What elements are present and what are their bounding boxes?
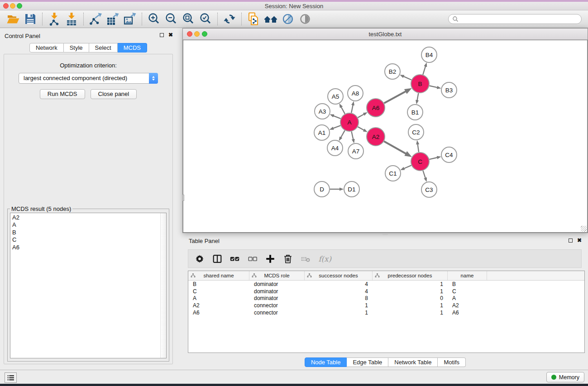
network-node-D[interactable]: D <box>314 181 330 197</box>
network-node-A7[interactable]: A7 <box>348 143 363 159</box>
network-canvas[interactable]: B4B2BB3A8A5A6A3B1AA1C2A2A4A7C4CC1C3DD1 <box>183 40 588 233</box>
mcds-result-item[interactable]: A <box>10 221 166 229</box>
task-history-button[interactable] <box>5 372 17 383</box>
network-node-A2[interactable]: A2 <box>367 128 385 146</box>
tab-mcds[interactable]: MCDS <box>118 43 147 52</box>
network-node-C[interactable]: C <box>411 152 429 171</box>
mcds-result-item[interactable]: B <box>10 229 166 236</box>
network-node-B4[interactable]: B4 <box>421 47 437 62</box>
graphics-details-button[interactable] <box>279 11 296 27</box>
level-of-detail-button[interactable] <box>296 11 314 27</box>
function-builder-button[interactable]: f(x) <box>316 253 336 265</box>
network-node-A[interactable]: A <box>340 113 359 131</box>
zoom-in-button[interactable] <box>145 11 163 27</box>
tab-motifs[interactable]: Motifs <box>438 357 466 367</box>
network-edge-A-A8[interactable] <box>351 105 353 113</box>
mcds-result-item[interactable]: C <box>10 236 166 243</box>
table-row[interactable]: Adominator80A <box>188 295 584 302</box>
network-node-A3[interactable]: A3 <box>315 104 330 119</box>
zoom-out-button[interactable] <box>163 11 180 27</box>
network-node-A6[interactable]: A6 <box>367 99 385 117</box>
network-node-C1[interactable]: C1 <box>385 166 401 181</box>
mcds-result-item[interactable]: A6 <box>10 244 166 251</box>
import-table-button[interactable] <box>63 11 80 27</box>
network-edge-A-A7[interactable] <box>352 132 354 140</box>
column-header-successor-nodes[interactable]: successor nodes <box>305 271 373 280</box>
close-panel-button[interactable]: Close panel <box>91 89 137 99</box>
network-node-A1[interactable]: A1 <box>314 125 330 140</box>
import-network-button[interactable] <box>46 11 63 27</box>
network-edge-A6-B[interactable] <box>384 91 406 103</box>
network-edge-A-A6[interactable] <box>358 114 364 118</box>
export-image-button[interactable] <box>121 11 139 27</box>
search-box[interactable] <box>448 14 582 24</box>
network-edge-B-B2[interactable] <box>403 76 411 80</box>
network-edge-A-A1[interactable] <box>333 125 341 128</box>
close-panel-icon[interactable]: ✖ <box>168 32 173 38</box>
unselect-all-columns-button[interactable] <box>246 253 259 265</box>
save-session-button[interactable] <box>22 11 39 27</box>
mcds-result-list[interactable]: A2ABCA6 <box>10 213 167 358</box>
network-node-B2[interactable]: B2 <box>385 64 400 79</box>
network-edge-C-C1[interactable] <box>404 165 411 168</box>
column-header-name[interactable]: name <box>448 271 487 280</box>
network-edge-B-B3[interactable] <box>430 86 438 88</box>
network-edge-B-B1[interactable] <box>417 93 419 100</box>
clone-network-button[interactable] <box>245 11 262 27</box>
close-table-panel-icon[interactable]: ✖ <box>577 238 582 243</box>
column-header-shared-name[interactable]: shared name <box>188 271 249 280</box>
network-node-C2[interactable]: C2 <box>408 124 424 140</box>
run-mcds-button[interactable]: Run MCDS <box>40 89 85 99</box>
memory-button[interactable]: Memory <box>546 372 584 382</box>
export-network-button[interactable] <box>87 11 104 27</box>
table-row[interactable]: Cdominator41C <box>188 288 584 295</box>
resize-grip-icon[interactable] <box>581 226 587 232</box>
network-window-titlebar[interactable]: testGlobe.txt <box>183 29 588 40</box>
export-table-button[interactable] <box>104 11 121 27</box>
network-edge-A2-C[interactable] <box>384 141 406 154</box>
network-node-B[interactable]: B <box>411 75 429 93</box>
tab-style[interactable]: Style <box>64 43 89 52</box>
split-divider-handle[interactable] <box>382 234 388 235</box>
frame-left-handle[interactable] <box>182 195 184 201</box>
network-edge-B-B4[interactable] <box>423 66 425 75</box>
add-row-button[interactable] <box>263 253 277 265</box>
open-session-button[interactable] <box>5 11 22 27</box>
tab-edge-table[interactable]: Edge Table <box>347 357 388 367</box>
show-columns-button[interactable] <box>210 253 224 265</box>
table-row[interactable]: A6connector11A6 <box>188 309 584 316</box>
network-node-B1[interactable]: B1 <box>407 105 423 120</box>
network-edge-A-A4[interactable] <box>341 130 345 138</box>
zoom-fit-button[interactable] <box>180 11 197 27</box>
delete-table-button[interactable] <box>299 253 312 265</box>
table-row[interactable]: Bdominator41B <box>188 281 584 288</box>
network-edge-A-A2[interactable] <box>358 127 364 130</box>
column-header-mcds-role[interactable]: MCDS role <box>249 271 305 280</box>
search-input[interactable] <box>461 16 578 22</box>
network-edge-A-A5[interactable] <box>341 107 345 114</box>
table-row[interactable]: A2connector11A2 <box>188 302 584 309</box>
tab-select[interactable]: Select <box>89 43 118 52</box>
tab-network[interactable]: Network <box>29 43 64 52</box>
network-node-A8[interactable]: A8 <box>348 86 363 101</box>
network-node-B3[interactable]: B3 <box>441 82 457 98</box>
network-node-A5[interactable]: A5 <box>328 89 343 104</box>
table-settings-button[interactable] <box>193 253 206 265</box>
float-panel-icon[interactable] <box>160 33 164 37</box>
float-table-panel-icon[interactable] <box>569 238 573 243</box>
select-all-columns-button[interactable] <box>228 253 242 265</box>
zoom-selected-button[interactable] <box>197 11 214 27</box>
network-edge-C-C2[interactable] <box>418 144 419 152</box>
network-node-C4[interactable]: C4 <box>441 147 457 162</box>
first-neighbors-button[interactable] <box>262 11 279 27</box>
network-node-C3[interactable]: C3 <box>421 182 437 197</box>
network-edge-C-C4[interactable] <box>429 157 437 159</box>
network-edge-A-A3[interactable] <box>334 116 341 119</box>
delete-row-button[interactable] <box>281 253 295 265</box>
network-node-D1[interactable]: D1 <box>344 181 359 197</box>
tab-network-table[interactable]: Network Table <box>388 357 438 367</box>
column-header-predecessor-nodes[interactable]: predecessor nodes <box>373 271 448 280</box>
refresh-button[interactable] <box>221 11 238 27</box>
network-edge-C-C3[interactable] <box>423 171 425 178</box>
mcds-result-item[interactable]: A2 <box>10 214 166 221</box>
